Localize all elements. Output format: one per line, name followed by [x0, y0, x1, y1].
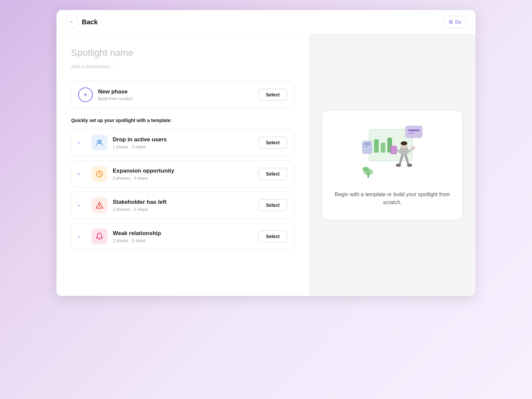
template-card-drop-in-active-users: › Drop in active users 1 phase · 3 steps…: [71, 129, 294, 156]
template-icon-expansion-opportunity: [91, 166, 107, 182]
svg-rect-24: [391, 146, 397, 154]
template-card-weak-relationship: › Weak relationship 1 phase · 3 steps Se…: [71, 223, 294, 250]
right-panel: Begin with a template or build your spot…: [309, 34, 475, 296]
svg-rect-14: [364, 143, 370, 145]
template-list: › Drop in active users 1 phase · 3 steps…: [71, 129, 294, 250]
chevron-icon-expansion-opportunity[interactable]: ›: [78, 171, 86, 177]
app-window: ← Back ⧉ Du Spotlight name Add a descrip…: [57, 10, 475, 296]
template-icon-stakeholder-has-left: [91, 197, 107, 213]
new-phase-subtitle: Build from scratch: [98, 96, 253, 101]
svg-rect-8: [381, 143, 385, 153]
select-button-weak-relationship[interactable]: Select: [258, 230, 287, 242]
template-info-weak-relationship: Weak relationship 1 phase · 3 steps: [113, 230, 258, 243]
description-input[interactable]: Add a description...: [71, 64, 294, 69]
new-phase-title: New phase: [98, 88, 253, 95]
svg-rect-18: [367, 172, 369, 178]
template-icon-weak-relationship: [91, 228, 107, 244]
header: ← Back ⧉ Du: [57, 10, 475, 34]
chevron-icon-weak-relationship[interactable]: ›: [78, 234, 86, 239]
template-title-weak-relationship: Weak relationship: [113, 230, 258, 237]
spotlight-name-input[interactable]: Spotlight name: [71, 48, 294, 58]
back-label: Back: [82, 18, 98, 26]
svg-point-5: [99, 207, 100, 207]
template-info-expansion-opportunity: Expansion opportunity 2 phases · 3 steps: [113, 168, 258, 181]
back-arrow-icon: ←: [69, 19, 74, 25]
template-title-drop-in-active-users: Drop in active users: [113, 136, 258, 143]
template-icon-drop-in-active-users: [91, 135, 107, 151]
template-card-expansion-opportunity: › Expansion opportunity 2 phases · 3 ste…: [71, 160, 294, 188]
template-meta-drop-in-active-users: 1 phase · 3 steps: [113, 144, 258, 149]
preview-card: Begin with a template or build your spot…: [323, 111, 462, 220]
new-phase-card: + New phase Build from scratch Select: [71, 81, 294, 108]
svg-rect-10: [406, 126, 422, 138]
select-button-stakeholder-has-left[interactable]: Select: [258, 199, 287, 211]
svg-point-21: [401, 141, 407, 145]
back-button[interactable]: ←: [66, 16, 78, 28]
template-info-stakeholder-has-left: Stakeholder has left 2 phases · 5 steps: [113, 199, 258, 212]
template-info-drop-in-active-users: Drop in active users 1 phase · 3 steps: [113, 136, 258, 149]
template-heading: Quickly set up your spotlight with a tem…: [71, 118, 294, 123]
chevron-icon-drop-in-active-users[interactable]: ›: [78, 140, 86, 145]
duplicate-label: Du: [455, 19, 461, 25]
main-content: Spotlight name Add a description... + Ne…: [57, 34, 475, 296]
new-phase-icon: +: [78, 87, 93, 102]
select-button-expansion-opportunity[interactable]: Select: [258, 168, 287, 180]
svg-rect-12: [408, 133, 415, 134]
template-meta-expansion-opportunity: 2 phases · 3 steps: [113, 176, 258, 181]
template-title-stakeholder-has-left: Stakeholder has left: [113, 199, 258, 205]
svg-point-28: [407, 164, 412, 167]
duplicate-button[interactable]: ⧉ Du: [444, 16, 466, 28]
plus-icon: +: [83, 90, 88, 99]
svg-point-17: [362, 167, 369, 172]
template-meta-stakeholder-has-left: 2 phases · 5 steps: [113, 207, 258, 212]
svg-point-27: [396, 164, 401, 167]
left-panel: Spotlight name Add a description... + Ne…: [57, 34, 309, 296]
preview-text: Begin with a template or build your spot…: [332, 191, 452, 206]
svg-rect-11: [408, 129, 420, 131]
svg-point-29: [411, 146, 415, 150]
new-phase-text: New phase Build from scratch: [98, 88, 253, 101]
svg-point-1: [99, 140, 101, 142]
new-phase-select-button[interactable]: Select: [258, 89, 287, 101]
template-meta-weak-relationship: 1 phase · 3 steps: [113, 238, 258, 243]
chevron-icon-stakeholder-has-left[interactable]: ›: [78, 202, 86, 208]
svg-rect-13: [362, 141, 372, 154]
template-card-stakeholder-has-left: › Stakeholder has left 2 phases · 5 step…: [71, 192, 294, 219]
header-left: ← Back: [66, 16, 98, 28]
template-title-expansion-opportunity: Expansion opportunity: [113, 168, 258, 174]
illustration: [359, 123, 426, 183]
svg-rect-7: [374, 139, 379, 153]
select-button-drop-in-active-users[interactable]: Select: [258, 137, 287, 149]
svg-rect-15: [364, 146, 368, 147]
duplicate-icon: ⧉: [449, 19, 453, 25]
